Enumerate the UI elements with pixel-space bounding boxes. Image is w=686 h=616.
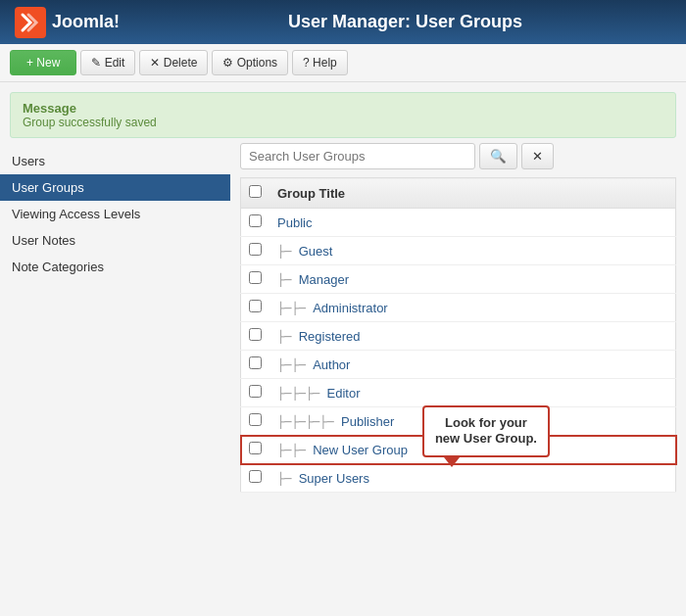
content-area: 🔍 ✕ Group Title Public├─ Guest├─ Manager… bbox=[230, 143, 686, 493]
search-button[interactable]: 🔍 bbox=[479, 143, 517, 169]
table-row: ├─├─├─ Editor bbox=[241, 379, 676, 407]
col-checkbox bbox=[241, 178, 270, 209]
sidebar-item-note-categories[interactable]: Note Categories bbox=[0, 254, 230, 280]
logo: Joomla! bbox=[15, 7, 120, 38]
group-title-link[interactable]: Author bbox=[313, 357, 350, 372]
group-title-link[interactable]: New User Group bbox=[313, 443, 408, 457]
table-row: ├─ Manager bbox=[241, 265, 676, 294]
group-title-link[interactable]: Publisher bbox=[341, 414, 394, 429]
row-checkbox[interactable] bbox=[249, 442, 262, 454]
row-checkbox[interactable] bbox=[249, 356, 262, 369]
group-title-link[interactable]: Super Users bbox=[299, 471, 369, 486]
table-row: ├─ Registered bbox=[241, 322, 676, 351]
sidebar-item-user-notes[interactable]: User Notes bbox=[0, 227, 230, 254]
group-title-link[interactable]: Public bbox=[277, 215, 312, 230]
message-title: Message bbox=[23, 101, 663, 116]
search-bar: 🔍 ✕ bbox=[240, 143, 676, 169]
table-row: ├─ Guest bbox=[241, 237, 676, 265]
row-checkbox[interactable] bbox=[249, 271, 262, 284]
clear-icon: ✕ bbox=[532, 149, 543, 164]
new-button[interactable]: + New bbox=[10, 50, 76, 75]
group-title-link[interactable]: Administrator bbox=[313, 301, 388, 315]
select-all-checkbox[interactable] bbox=[249, 185, 262, 198]
tree-prefix: ├─├─├─ bbox=[277, 387, 327, 401]
row-checkbox[interactable] bbox=[249, 328, 262, 341]
clear-search-button[interactable]: ✕ bbox=[521, 143, 554, 169]
tree-prefix: ├─├─ bbox=[277, 358, 313, 372]
group-title-link[interactable]: Guest bbox=[299, 244, 333, 259]
table-row: ├─ Super Users bbox=[241, 464, 676, 493]
message-box: Message Group successfully saved bbox=[10, 92, 676, 138]
sidebar-item-viewing-access[interactable]: Viewing Access Levels bbox=[0, 201, 230, 227]
col-group-title: Group Title bbox=[270, 178, 676, 209]
group-title-link[interactable]: Manager bbox=[299, 272, 349, 287]
edit-button[interactable]: ✎ Edit bbox=[80, 50, 135, 75]
toolbar: + New ✎ Edit ✕ Delete ⚙ Options ? Help bbox=[0, 44, 686, 82]
tree-prefix: ├─ bbox=[277, 245, 299, 259]
tree-prefix: ├─ bbox=[277, 472, 299, 486]
tree-prefix: ├─├─ bbox=[277, 444, 313, 457]
table-row: Public bbox=[241, 209, 676, 237]
options-button[interactable]: ⚙ Options bbox=[212, 50, 288, 75]
row-checkbox[interactable] bbox=[249, 413, 262, 426]
group-title-link[interactable]: Registered bbox=[299, 329, 361, 344]
page-title: User Manager: User Groups bbox=[139, 12, 671, 32]
sidebar: Users User Groups Viewing Access Levels … bbox=[0, 143, 230, 493]
row-checkbox[interactable] bbox=[249, 214, 262, 227]
callout-bubble: Look for your new User Group. bbox=[422, 405, 550, 458]
page-header: Joomla! User Manager: User Groups bbox=[0, 0, 686, 44]
table-row: ├─├─ Author bbox=[241, 351, 676, 379]
help-button[interactable]: ? Help bbox=[292, 50, 348, 75]
row-checkbox[interactable] bbox=[249, 470, 262, 483]
logo-text: Joomla! bbox=[52, 12, 120, 32]
tree-prefix: ├─ bbox=[277, 273, 299, 287]
search-icon: 🔍 bbox=[490, 149, 507, 164]
delete-button[interactable]: ✕ Delete bbox=[139, 50, 208, 75]
group-title-link[interactable]: Editor bbox=[327, 386, 361, 401]
tree-prefix: ├─├─ bbox=[277, 302, 313, 315]
groups-table: Group Title Public├─ Guest├─ Manager├─├─… bbox=[240, 177, 676, 493]
tree-prefix: ├─ bbox=[277, 330, 299, 344]
tree-prefix: ├─├─├─├─ bbox=[277, 415, 341, 429]
table-row: ├─├─ New User GroupLook for your new Use… bbox=[241, 436, 676, 464]
table-row: ├─├─ Administrator bbox=[241, 294, 676, 322]
sidebar-item-users[interactable]: Users bbox=[0, 148, 230, 174]
row-checkbox[interactable] bbox=[249, 300, 262, 312]
row-checkbox[interactable] bbox=[249, 385, 262, 398]
row-checkbox[interactable] bbox=[249, 243, 262, 256]
search-input[interactable] bbox=[240, 143, 475, 169]
main-layout: Users User Groups Viewing Access Levels … bbox=[0, 143, 686, 493]
message-text: Group successfully saved bbox=[23, 116, 663, 129]
sidebar-item-user-groups[interactable]: User Groups bbox=[0, 174, 230, 201]
